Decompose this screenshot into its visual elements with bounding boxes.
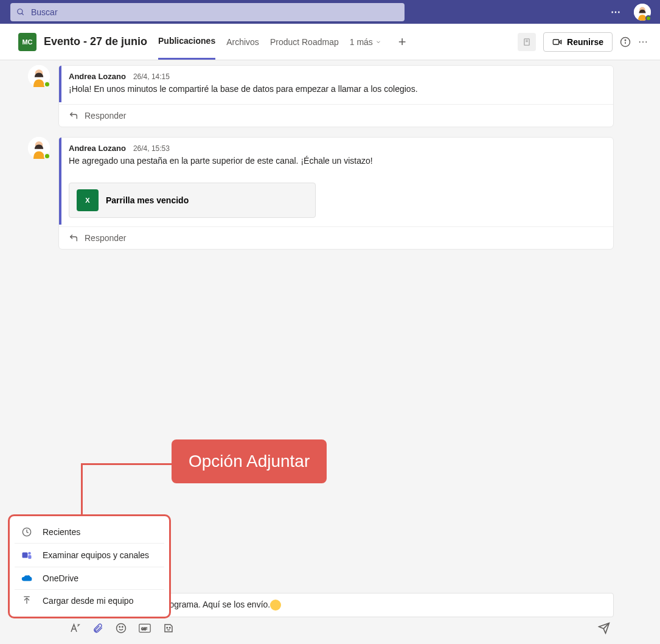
gif-icon[interactable]: GIF [139,623,151,635]
post: Andrea Lozano 26/4, 15:53 He agregado un… [28,137,660,250]
svg-text:GIF: GIF [141,627,147,631]
teams-icon [21,550,33,561]
svg-point-13 [625,40,626,41]
reply-button[interactable]: Responder [59,226,613,249]
post-timestamp: 26/4, 15:53 [133,144,170,153]
svg-point-28 [117,624,126,633]
svg-point-21 [40,145,41,146]
post-author: Andrea Lozano [69,144,126,153]
reply-icon [69,111,78,121]
svg-point-17 [40,74,41,75]
attach-menu: Recientes Examinar equipos y canales One… [8,514,171,618]
format-icon[interactable] [69,623,80,636]
channel-title: Evento - 27 de junio [44,35,147,48]
tab-product-roadmap[interactable]: Product Roadmap [270,24,339,60]
emoji-heart-eyes [270,600,281,611]
svg-point-24 [28,552,31,555]
svg-point-33 [167,628,168,629]
svg-point-5 [643,10,644,10]
reply-button[interactable]: Responder [59,104,613,127]
callout-label: Opción Adjuntar [172,439,327,483]
svg-point-0 [18,9,23,13]
post: Andrea Lozano 26/4, 14:15 ¡Hola! En unos… [28,65,660,127]
search-input[interactable]: Buscar [10,3,405,21]
presence-indicator [645,15,651,21]
composer-toolbar: GIF [61,622,614,637]
svg-line-1 [22,13,24,15]
onedrive-icon [21,575,33,582]
svg-point-4 [641,10,641,10]
content-area: Andrea Lozano 26/4, 14:15 ¡Hola! En unos… [0,60,660,644]
title-bar: Buscar ⋯ [0,0,660,24]
video-icon [552,37,562,47]
upload-icon [21,596,33,606]
post-body: ¡Hola! En unos minutos le compartiré la … [59,81,613,104]
post-card: Andrea Lozano 26/4, 14:15 ¡Hola! En unos… [58,65,614,127]
emoji-icon[interactable] [116,623,127,636]
tab-more[interactable]: 1 más [350,37,381,47]
channel-more-icon[interactable]: ⋯ [638,36,649,47]
excel-icon: X [77,189,99,211]
chevron-down-icon [375,39,381,45]
post-avatar[interactable] [28,137,50,159]
svg-rect-25 [28,555,31,559]
post-card: Andrea Lozano 26/4, 15:53 He agregado un… [58,137,614,250]
search-icon [16,8,25,16]
svg-rect-23 [23,553,28,558]
svg-rect-9 [553,40,558,44]
post-body: He agregado una pestaña en la parte supe… [59,153,613,176]
attach-icon[interactable] [92,623,103,636]
svg-point-16 [36,74,38,75]
sticker-icon[interactable] [163,623,174,636]
attach-recent[interactable]: Recientes [15,521,164,544]
add-tab-button[interactable]: + [398,34,406,50]
attach-browse-teams[interactable]: Examinar equipos y canales [15,544,164,567]
attachment-title: Parrilla mes vencido [106,195,189,205]
info-icon[interactable] [620,37,631,47]
svg-point-34 [170,628,171,629]
post-author: Andrea Lozano [69,72,126,81]
tab-publicaciones[interactable]: Publicaciones [158,24,215,60]
attach-onedrive[interactable]: OneDrive [15,567,164,590]
send-button[interactable] [598,622,610,637]
channel-avatar: MC [18,33,36,51]
svg-point-29 [119,626,120,628]
meet-button[interactable]: Reunirse [543,32,613,52]
channel-tabs: Publicaciones Archivos Product Roadmap 1… [158,24,406,60]
tab-archivos[interactable]: Archivos [226,24,259,60]
channel-header: MC Evento - 27 de junio Publicaciones Ar… [0,24,660,60]
svg-point-20 [36,145,38,146]
presence-indicator [44,81,50,88]
presence-indicator [44,153,50,159]
svg-point-30 [122,626,123,628]
clock-icon [21,527,33,537]
callout-connector [81,463,172,465]
post-timestamp: 26/4, 14:15 [133,72,170,81]
attach-upload[interactable]: Cargar desde mi equipo [15,590,164,612]
reply-icon [69,233,78,243]
user-avatar[interactable] [634,4,651,21]
org-box-icon[interactable] [518,33,536,51]
attachment-card[interactable]: X Parrilla mes vencido [69,183,316,218]
post-avatar[interactable] [28,65,50,87]
search-placeholder: Buscar [31,7,58,17]
more-options-icon[interactable]: ⋯ [611,6,622,18]
